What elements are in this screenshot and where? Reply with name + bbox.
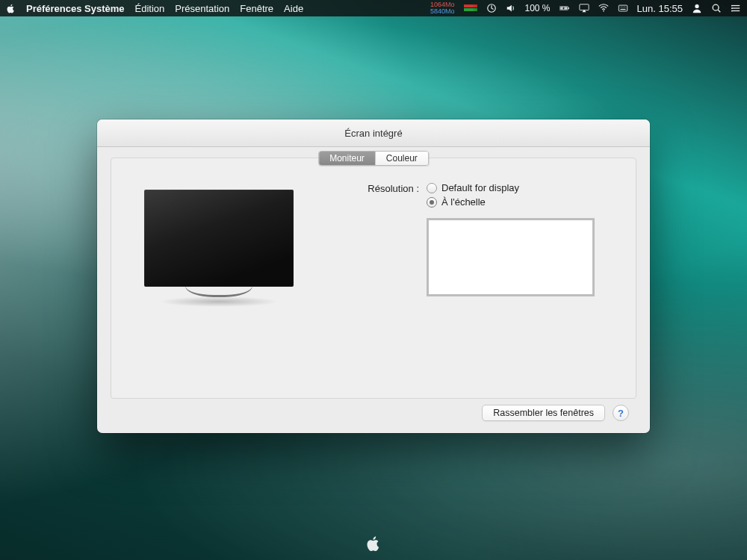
svg-point-11 — [695, 4, 698, 8]
gather-windows-button[interactable]: Rassembler les fenêtres — [482, 405, 605, 421]
svg-point-5 — [603, 10, 604, 12]
resolution-label: Résolution : — [338, 182, 419, 296]
svg-rect-2 — [568, 7, 568, 9]
volume-icon[interactable] — [506, 3, 516, 13]
svg-line-13 — [718, 10, 720, 12]
keyboard-input-icon[interactable] — [618, 3, 628, 13]
memory-monitor-text[interactable]: 1064Mo 5840Mo — [430, 1, 455, 15]
tab-color[interactable]: Couleur — [376, 152, 428, 165]
radio-scaled[interactable]: À l'échelle — [427, 196, 595, 208]
app-name[interactable]: Préférences Système — [26, 3, 125, 14]
svg-point-18 — [731, 7, 733, 9]
help-button[interactable]: ? — [613, 405, 629, 421]
svg-point-8 — [622, 7, 623, 7]
window-title: Écran intégré — [344, 128, 402, 139]
radio-icon — [427, 197, 437, 208]
spotlight-icon[interactable] — [711, 3, 722, 13]
settings-panel: Moniteur Couleur Résolution : — [111, 158, 636, 399]
menubar: Préférences Système Édition Présentation… — [0, 0, 747, 16]
svg-rect-4 — [579, 4, 588, 10]
svg-rect-10 — [620, 9, 625, 10]
airplay-icon[interactable] — [579, 3, 589, 13]
svg-point-19 — [731, 10, 733, 12]
menu-help[interactable]: Aide — [284, 3, 303, 14]
radio-icon — [427, 183, 437, 193]
svg-point-17 — [731, 5, 733, 7]
wifi-icon[interactable] — [598, 3, 609, 13]
battery-icon[interactable] — [560, 3, 570, 13]
menu-view[interactable]: Présentation — [175, 3, 229, 14]
svg-point-7 — [620, 7, 621, 7]
scaled-resolutions-listbox[interactable] — [427, 218, 595, 296]
clock[interactable]: Lun. 15:55 — [637, 3, 683, 14]
svg-point-9 — [624, 7, 625, 7]
menu-window[interactable]: Fenêtre — [240, 3, 273, 14]
menu-edit[interactable]: Édition — [135, 3, 165, 14]
apple-menu-icon[interactable] — [6, 4, 16, 13]
radio-scaled-label: À l'échelle — [441, 196, 486, 208]
tab-monitor[interactable]: Moniteur — [319, 152, 376, 165]
battery-percentage: 100 % — [525, 3, 551, 13]
dock-apple-icon — [365, 535, 382, 554]
display-preview-icon — [144, 190, 294, 307]
display-preferences-window: Écran intégré Moniteur Couleur Résoluti — [97, 119, 650, 433]
window-titlebar[interactable]: Écran intégré — [97, 119, 650, 147]
notification-center-icon[interactable] — [731, 3, 741, 13]
user-icon[interactable] — [692, 3, 702, 13]
radio-default-for-display[interactable]: Default for display — [427, 182, 595, 193]
radio-default-label: Default for display — [441, 182, 519, 193]
svg-rect-6 — [619, 5, 627, 11]
svg-point-12 — [713, 4, 719, 10]
memory-monitor-graph-icon[interactable] — [464, 4, 477, 12]
time-machine-icon[interactable] — [486, 3, 497, 13]
tab-segmented-control: Moniteur Couleur — [318, 151, 429, 166]
